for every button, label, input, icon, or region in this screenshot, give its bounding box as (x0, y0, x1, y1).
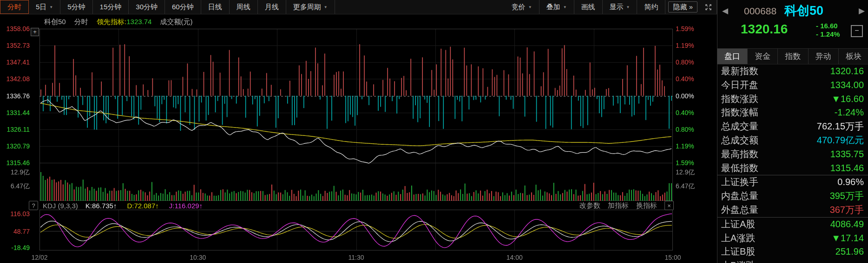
plus-icon[interactable]: + (31, 28, 39, 36)
quote-row-value: 1335.75 (830, 148, 864, 161)
period-toolbar: 分时5日▼5分钟15分钟30分钟60分钟日线周线月线更多周期▼竞价▼叠加▼画线显… (0, 0, 717, 14)
quote-row-label: 今日开盘 (721, 78, 758, 92)
toolbar-item-bidding[interactable]: 竞价▼ (505, 0, 539, 14)
edit-params-button[interactable]: 改参数 (579, 201, 600, 209)
toolbar-item-60min[interactable]: 60分钟 (165, 0, 201, 14)
quote-rows: 最新指数1320.16今日开盘1334.00指数涨跌▼16.60指数涨幅-1.2… (717, 64, 868, 263)
quote-panel: ◀ 000688 科创50 ▶ 1320.16 - 16.60 - 1.24% … (717, 0, 868, 263)
toolbar-spacer (335, 0, 505, 14)
toolbar-item-display[interactable]: 显示▼ (603, 0, 638, 14)
quote-row: 今日开盘1334.00 (717, 78, 868, 92)
kdj-k-value: K:86.735↑ (85, 202, 117, 210)
prev-stock-arrow-icon[interactable]: ◀ (722, 6, 728, 16)
toolbar-item-label: 日线 (208, 3, 222, 12)
quote-row-label: 指数涨幅 (721, 106, 758, 120)
panel-tabs: 盘口资金指数异动板块 (717, 49, 868, 64)
kdj-title: KDJ (9,3,3) (43, 202, 78, 210)
chart-header: 科创50 分时 领先指标:1323.74 成交额(元) (44, 18, 199, 26)
stock-code: 000688 (744, 6, 776, 17)
quote-row-label: 最新指数 (721, 64, 758, 78)
quote-row-value: 1334.00 (830, 78, 864, 92)
tab-bankuai[interactable]: 板块 (839, 49, 868, 64)
lead-indicator-label: 领先指标: (97, 18, 126, 26)
quote-row: 最高指数1335.75 (717, 148, 868, 161)
tab-zhishu[interactable]: 指数 (778, 49, 808, 64)
quote-row-label: 总成交额 (721, 134, 758, 148)
stock-trading-app: 分时5日▼5分钟15分钟30分钟60分钟日线周线月线更多周期▼竞价▼叠加▼画线显… (0, 0, 868, 263)
toolbar-item-5min[interactable]: 5分钟 (60, 0, 92, 14)
quote-row-value: 470.79亿元 (817, 134, 864, 148)
toolbar-item-15min[interactable]: 15分钟 (93, 0, 129, 14)
toolbar-item-label: 月线 (265, 3, 279, 12)
last-price: 1320.16 (741, 22, 788, 37)
quote-row-label: 上证A股 (721, 218, 755, 231)
kdj-header: ? KDJ (9,3,3) K:86.735↑ D:72.087↑ J:116.… (29, 201, 674, 210)
toolbar-item-weekly[interactable]: 周线 (230, 0, 258, 14)
quote-row: 最低指数1315.46 (717, 161, 868, 176)
toolbar-item-daily[interactable]: 日线 (201, 0, 230, 14)
quote-row-value: 4086.49 (830, 218, 864, 231)
quote-row-value: 762.15万手 (817, 120, 864, 134)
chevron-down-icon: ▼ (324, 5, 328, 9)
switch-indicator-button[interactable]: 换指标 (636, 201, 657, 209)
quote-row-value: 251.96 (835, 245, 864, 259)
quote-row-label: 外盘总量 (721, 203, 758, 217)
toolbar-item-more-periods[interactable]: 更多周期▼ (286, 0, 335, 14)
lead-indicator-value: 1323.74 (126, 18, 151, 26)
quote-row-label: 内盘总量 (721, 189, 758, 203)
kdj-d-value: D:72.087↑ (127, 202, 158, 210)
chevron-down-icon: ▼ (563, 5, 567, 9)
toolbar-item-label: 5分钟 (67, 3, 85, 12)
quote-row: 上证B股251.96 (717, 245, 868, 259)
chart-period-label: 分时 (74, 18, 88, 26)
tab-zijin[interactable]: 资金 (748, 49, 778, 64)
close-indicator-icon[interactable]: × (664, 201, 674, 210)
toolbar-item-label: 分时 (7, 3, 21, 12)
toolbar-item-fenshi[interactable]: 分时 (0, 0, 29, 14)
minimize-icon[interactable]: − (851, 25, 863, 37)
next-stock-arrow-icon[interactable]: ▶ (859, 6, 865, 16)
toolbar-item-label: 30分钟 (136, 3, 158, 12)
toolbar-item-label: 画线 (581, 3, 595, 12)
toolbar-item-overlay[interactable]: 叠加▼ (539, 0, 574, 14)
quote-row: 外盘总量367万手 (717, 203, 868, 218)
quote-row-label: 上A涨跌 (721, 231, 755, 245)
toolbar-item-label: 5日 (36, 3, 46, 12)
quote-row-value: 395万手 (830, 189, 864, 203)
quote-row-value: 0.96% (837, 175, 864, 189)
quote-row-label: 上B涨跌 (721, 259, 755, 263)
toolbar-item-5day[interactable]: 5日▼ (29, 0, 60, 14)
chart-symbol-name: 科创50 (44, 18, 66, 26)
toolbar-item-monthly[interactable]: 月线 (258, 0, 286, 14)
quote-row: 内盘总量395万手 (717, 189, 868, 203)
help-icon[interactable]: ? (29, 201, 38, 210)
chart-canvas[interactable] (0, 0, 717, 263)
quote-row-value: ▼17.14 (831, 231, 864, 245)
add-indicator-button[interactable]: 加指标 (608, 201, 629, 209)
quote-row: 总成交量762.15万手 (717, 120, 868, 134)
quote-row: 上证换手0.96% (717, 175, 868, 189)
quote-row-label: 上证换手 (721, 175, 758, 189)
toolbar-item-label: 显示 (610, 3, 624, 12)
quote-row: 上B涨跌 (717, 259, 868, 263)
quote-row-value: 367万手 (830, 203, 864, 217)
stock-name: 科创50 (784, 2, 823, 19)
price-change: - 16.60 (816, 22, 840, 30)
quote-row-label: 指数涨跌 (721, 92, 758, 106)
toolbar-item-label: 周线 (237, 3, 250, 12)
toolbar-item-30min[interactable]: 30分钟 (129, 0, 165, 14)
toolbar-item-fullscreen[interactable] (700, 0, 717, 14)
toolbar-item-draw-line[interactable]: 画线 (574, 0, 603, 14)
toolbar-item-label: 竞价 (512, 3, 526, 12)
toolbar-item-label: 简约 (644, 3, 658, 12)
toolbar-item-hide[interactable]: 隐藏 » (668, 1, 697, 13)
quote-row-value: 1315.46 (830, 161, 864, 175)
tab-yidong[interactable]: 异动 (809, 49, 839, 64)
quote-row: 最新指数1320.16 (717, 64, 868, 78)
toolbar-item-simple[interactable]: 简约 (637, 0, 665, 14)
tab-pankou[interactable]: 盘口 (717, 49, 748, 64)
quote-row-value: -1.24% (835, 106, 864, 120)
chevron-down-icon: ▼ (49, 5, 53, 9)
price-change-pct: - 1.24% (816, 30, 840, 38)
quote-row-value: ▼16.60 (831, 92, 864, 106)
